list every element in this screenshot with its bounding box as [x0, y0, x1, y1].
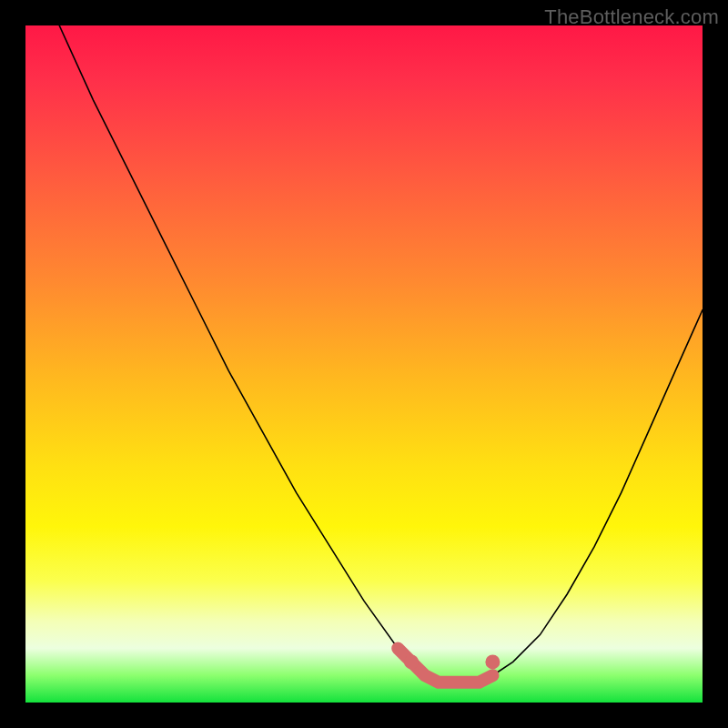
optimal-dot-right [485, 654, 500, 669]
plot-area [25, 25, 703, 703]
optimal-band [398, 649, 492, 682]
markers [404, 654, 500, 669]
chart-frame: TheBottleneck.com [0, 0, 728, 728]
chart-svg [25, 25, 703, 703]
bottleneck-curve [59, 25, 703, 682]
optimal-dot-left [404, 654, 419, 669]
